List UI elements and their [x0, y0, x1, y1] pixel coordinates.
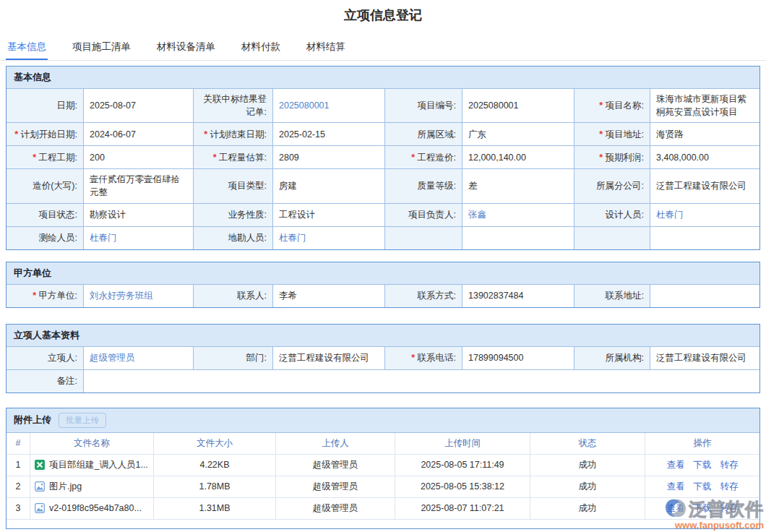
field-label-quantity-estimate: 工程量估算: [194, 146, 272, 168]
party-a-grid: 甲方单位: 刘永好劳务班组 联系人: 李希 联系方式: 13902837484 … [7, 285, 759, 307]
file-name-cell: 图片.jpg [30, 476, 153, 497]
field-label-department: 部门: [194, 347, 272, 369]
file-name-cell: v2-019f8c95e4b7a80... [30, 498, 153, 519]
field-value-plan-end: 2025-02-15 [273, 123, 384, 145]
col-header-uploader: 上传人 [276, 433, 395, 454]
upload-time-cell: 2025-08-05 15:38:12 [395, 476, 530, 497]
field-label-plan-start: 计划开始日期: [7, 123, 83, 145]
batch-upload-button[interactable]: 批量上传 [59, 413, 106, 428]
field-label-contact-address: 联系地址: [574, 285, 650, 307]
field-value-quality-grade: 差 [462, 169, 574, 202]
uploader-cell: 超级管理员 [276, 498, 395, 519]
field-label-duration: 工程工期: [7, 146, 83, 168]
field-value-initiator: 超级管理员 [84, 347, 193, 369]
party-a-unit-link[interactable]: 刘永好劳务班组 [90, 289, 153, 302]
field-label-designer: 设计人员: [574, 204, 650, 226]
field-label-business-nature: 业务性质: [194, 204, 272, 226]
field-label-project-name: 项目名称: [574, 89, 650, 122]
section-initiator-title: 立项人基本资料 [7, 325, 759, 347]
field-value-quantity-estimate: 2809 [273, 146, 384, 168]
empty-value-cell [462, 227, 574, 249]
field-value-region: 广东 [462, 123, 574, 145]
field-value-contact-person: 李希 [273, 285, 384, 307]
col-header-upload-time: 上传时间 [395, 433, 530, 454]
field-value-duration: 200 [84, 146, 193, 168]
save-as-link[interactable]: 转存 [720, 502, 739, 515]
upload-time-cell: 2025-08-07 11:07:21 [395, 498, 530, 519]
tab-material-payment[interactable]: 材料付款 [240, 36, 282, 60]
file-name-cell: 项目部组建_调入人员1... [30, 455, 153, 476]
col-header-status: 状态 [530, 433, 645, 454]
designer-link[interactable]: 杜春门 [656, 208, 684, 221]
uploader-cell: 超级管理员 [276, 476, 395, 497]
bid-result-link[interactable]: 2025080001 [279, 99, 330, 112]
col-header-file-name: 文件名称 [30, 433, 153, 454]
download-link[interactable]: 下载 [694, 459, 712, 471]
field-label-bid-result: 关联中标结果登记单: [194, 89, 272, 122]
surveyor-link[interactable]: 杜春门 [90, 231, 117, 244]
section-party-a: 甲方单位 甲方单位: 刘永好劳务班组 联系人: 李希 联系方式: 1390283… [6, 262, 760, 308]
tab-bar: 基本信息 项目施工清单 材料设备清单 材料付款 材料结算 [0, 36, 766, 61]
field-value-remark [84, 370, 759, 392]
field-value-business-nature: 工程设计 [273, 204, 384, 226]
file-size-cell: 4.22KB [154, 455, 275, 476]
field-value-project-type: 房建 [273, 169, 384, 202]
field-value-designer: 杜春门 [650, 204, 759, 226]
view-link[interactable]: 查看 [667, 481, 685, 493]
tab-construction-list[interactable]: 项目施工清单 [71, 36, 132, 60]
empty-label-cell [574, 227, 650, 249]
field-label-organization: 所属机构: [574, 347, 650, 369]
field-value-cost-capital: 壹仟贰佰万零壹佰肆拾元整 [84, 169, 193, 202]
page-title: 立项信息登记 [0, 0, 766, 24]
initiator-link[interactable]: 超级管理员 [90, 351, 135, 364]
section-basic-info: 基本信息 日期: 2025-08-07 关联中标结果登记单: 202508000… [6, 66, 760, 250]
geotechnical-link[interactable]: 杜春门 [279, 231, 306, 244]
field-label-contact-phone: 联系方式: [385, 285, 462, 307]
col-header-file-size: 文件大小 [154, 433, 275, 454]
field-label-contact-person: 联系人: [194, 285, 272, 307]
field-label-project-manager: 项目负责人: [385, 204, 462, 226]
section-attachments-title: 附件上传 批量上传 [7, 408, 759, 433]
status-cell: 成功 [530, 455, 645, 476]
view-link[interactable]: 查看 [667, 459, 685, 471]
operations-cell: 查看 下载 转存 [645, 498, 759, 519]
download-link[interactable]: 下载 [694, 502, 712, 515]
field-label-plan-end: 计划结束日期: [194, 123, 272, 145]
section-initiator: 立项人基本资料 立项人: 超级管理员 部门: 泛普工程建设有限公司 联系电话: … [6, 324, 760, 393]
field-label-region: 所属区域: [385, 123, 462, 145]
field-label-initiator: 立项人: [7, 347, 83, 369]
view-link[interactable]: 查看 [667, 502, 685, 515]
field-value-project-status: 勘察设计 [84, 204, 193, 226]
attachments-table: # 文件名称 文件大小 上传人 上传时间 状态 操作 1 项目部组建_调入人员1… [7, 433, 759, 519]
field-label-surveyor: 测绘人员: [7, 227, 83, 249]
field-value-date: 2025-08-07 [84, 89, 193, 122]
save-as-link[interactable]: 转存 [720, 459, 739, 471]
tab-material-settlement[interactable]: 材料结算 [305, 36, 347, 60]
file-size-cell: 1.78MB [154, 476, 275, 497]
download-link[interactable]: 下载 [694, 481, 712, 493]
tab-material-equipment-list[interactable]: 材料设备清单 [155, 36, 217, 60]
field-value-project-manager: 张鑫 [462, 204, 574, 226]
field-value-department: 泛普工程建设有限公司 [273, 347, 384, 369]
save-as-link[interactable]: 转存 [720, 481, 739, 493]
empty-label-cell [385, 227, 462, 249]
tab-basic-info[interactable]: 基本信息 [6, 36, 48, 60]
basic-info-grid: 日期: 2025-08-07 关联中标结果登记单: 2025080001 项目编… [7, 89, 759, 249]
field-value-project-cost: 12,000,140.00 [462, 146, 574, 168]
field-label-project-status: 项目状态: [7, 204, 83, 226]
field-label-project-address: 项目地址: [574, 123, 650, 145]
field-value-geotechnical: 杜春门 [273, 227, 384, 249]
field-label-party-a-unit: 甲方单位: [7, 285, 83, 307]
section-attachments: 附件上传 批量上传 # 文件名称 文件大小 上传人 上传时间 状态 操作 1 项… [6, 408, 760, 529]
section-basic-info-title: 基本信息 [7, 66, 759, 89]
row-index: 1 [7, 455, 30, 476]
upload-time-cell: 2025-08-05 17:11:49 [395, 455, 530, 476]
field-value-contact-address [650, 285, 759, 307]
row-index: 2 [7, 476, 30, 497]
status-cell: 成功 [530, 476, 645, 497]
field-label-remark: 备注: [7, 370, 83, 392]
field-value-expected-profit: 3,408,000.00 [650, 146, 759, 168]
field-label-tel: 联系电话: [385, 347, 462, 369]
project-manager-link[interactable]: 张鑫 [468, 208, 486, 221]
field-label-quality-grade: 质量等级: [385, 169, 462, 202]
